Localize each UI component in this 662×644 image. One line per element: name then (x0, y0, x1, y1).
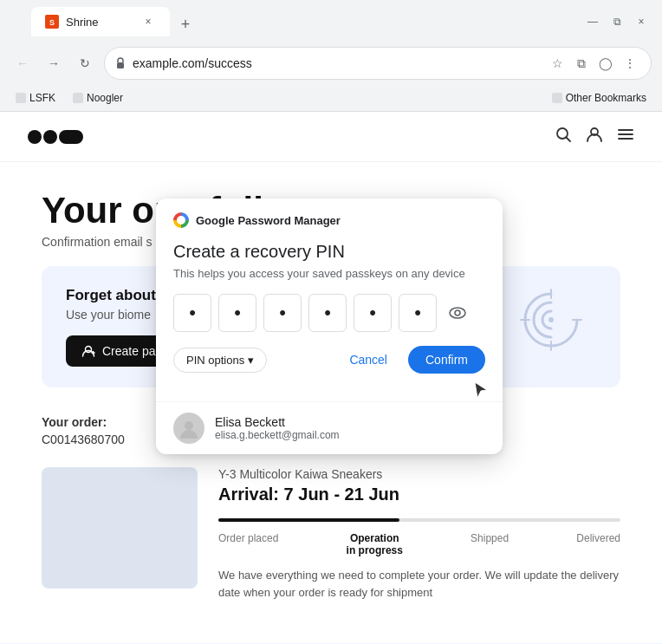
pm-confirm-cancel-btns: Cancel Confirm (335, 346, 485, 374)
browser-chrome: S Shrine × + — ⧉ × ← → ↻ example.com/suc… (0, 0, 662, 112)
active-tab[interactable]: S Shrine × (31, 7, 170, 36)
pin-options-label: PIN options (186, 354, 244, 367)
close-window-button[interactable]: × (631, 11, 652, 32)
address-bar-row: ← → ↻ example.com/success ☆ ⧉ ◯ ⋮ (0, 43, 662, 87)
progress-track (218, 518, 620, 522)
address-bar-actions: ☆ ⧉ ◯ ⋮ (547, 53, 640, 74)
refresh-button[interactable]: ↻ (73, 51, 97, 75)
pin-input-5[interactable]: • (354, 294, 392, 332)
label-delivered: Delivered (576, 532, 620, 556)
window-controls-right: — ⧉ × (582, 11, 652, 32)
pin-options-button[interactable]: PIN options ▾ (173, 348, 267, 373)
back-button[interactable]: ← (10, 51, 35, 75)
password-manager-modal: Google Password Manager Create a recover… (156, 198, 503, 454)
pm-user-row: Elisa Beckett elisa.g.beckett@gmail.com (156, 402, 503, 454)
address-text: example.com/success (133, 56, 540, 70)
svg-text:S: S (49, 18, 55, 27)
tab-favicon: S (45, 15, 59, 29)
product-row: Y-3 Multicolor Kaiwa Sneakers Arrival: 7… (42, 467, 620, 601)
pm-actions-row: PIN options ▾ Cancel Confirm (173, 346, 485, 374)
pm-brand: Google (196, 214, 235, 227)
pm-modal-header: Google Password Manager (156, 198, 503, 235)
pm-user-email: elisa.g.beckett@gmail.com (215, 429, 340, 441)
tab-title: Shrine (66, 16, 99, 29)
svg-line-7 (567, 138, 571, 142)
menu-icon[interactable]: ⋮ (620, 53, 640, 74)
pm-modal-body: Create a recovery PIN This helps you acc… (156, 235, 503, 401)
bookmarks-bar: LSFK Noogler Other Bookmarks (0, 87, 662, 111)
forward-button[interactable]: → (42, 51, 66, 75)
bookmark-icon[interactable]: ☆ (547, 53, 568, 74)
minimize-button[interactable]: — (582, 11, 603, 32)
label-shipped: Shipped (471, 532, 509, 556)
pm-user-info: Elisa Beckett elisa.g.beckett@gmail.com (215, 415, 340, 441)
bookmark-noogler[interactable]: Noogler (68, 90, 128, 106)
product-description: We have everything we need to complete y… (218, 567, 620, 601)
svg-rect-2 (117, 62, 124, 68)
pm-user-name: Elisa Beckett (215, 415, 340, 429)
svg-rect-4 (73, 93, 83, 103)
tab-close-btn[interactable]: × (140, 14, 156, 29)
bookmarks-right: Other Bookmarks (547, 90, 652, 106)
label-operation-in-progress: Operationin progress (347, 532, 403, 556)
svg-point-16 (450, 308, 465, 318)
profile-icon[interactable]: ◯ (595, 53, 616, 74)
pm-subtext: This helps you access your saved passkey… (173, 267, 485, 280)
pm-modal-container: Google Password Manager Create a recover… (156, 198, 503, 454)
product-name: Y-3 Multicolor Kaiwa Sneakers (218, 467, 620, 481)
confirm-button[interactable]: Confirm (408, 346, 485, 374)
pm-user-avatar (173, 413, 204, 444)
pin-input-3[interactable]: • (263, 294, 302, 332)
svg-point-17 (455, 310, 460, 315)
pm-title: Google Password Manager (196, 214, 341, 227)
fingerprint-icon (516, 285, 586, 368)
svg-point-18 (185, 421, 193, 430)
page-content: Your or ssfully Confirmation email s For… (0, 112, 662, 643)
svg-rect-3 (16, 93, 26, 103)
label-order-placed: Order placed (218, 532, 278, 556)
svg-point-15 (548, 317, 554, 322)
extensions-icon[interactable]: ⧉ (571, 53, 592, 74)
lock-icon (115, 57, 126, 69)
tab-bar: S Shrine × + (21, 7, 208, 36)
pm-product: Password Manager (237, 214, 341, 227)
pin-input-2[interactable]: • (218, 294, 256, 332)
pin-input-6[interactable]: • (399, 294, 437, 332)
product-arrival: Arrival: 7 Jun - 21 Jun (218, 485, 620, 504)
google-g-icon (173, 212, 189, 228)
product-info: Y-3 Multicolor Kaiwa Sneakers Arrival: 7… (218, 467, 620, 601)
logo-icon (28, 130, 83, 144)
site-header (0, 112, 662, 162)
maximize-button[interactable]: ⧉ (607, 11, 627, 32)
pin-input-1[interactable]: • (173, 294, 211, 332)
google-pm-logo (173, 212, 189, 228)
bookmark-other[interactable]: Other Bookmarks (547, 90, 652, 106)
progress-fill (218, 518, 399, 522)
bookmark-lsfk[interactable]: LSFK (10, 90, 61, 106)
browser-titlebar: S Shrine × + — ⧉ × (0, 0, 662, 43)
pin-input-row: • • • • • • (173, 294, 485, 332)
cancel-button[interactable]: Cancel (335, 346, 401, 374)
pm-heading: Create a recovery PIN (173, 242, 485, 262)
toggle-pin-visibility-button[interactable] (444, 299, 471, 327)
product-image (42, 467, 198, 589)
search-icon[interactable] (555, 126, 572, 147)
pin-input-4[interactable]: • (308, 294, 347, 332)
site-header-actions (555, 126, 634, 147)
chevron-down-icon: ▾ (248, 354, 254, 367)
new-tab-button[interactable]: + (173, 12, 198, 36)
address-bar[interactable]: example.com/success ☆ ⧉ ◯ ⋮ (104, 47, 652, 80)
menu-hamburger-icon[interactable] (617, 126, 634, 147)
page-title: Your or (42, 190, 168, 231)
site-logo (28, 130, 83, 144)
progress-labels: Order placed Operationin progress Shippe… (218, 532, 620, 556)
account-icon[interactable] (586, 126, 603, 147)
svg-rect-5 (552, 93, 562, 103)
